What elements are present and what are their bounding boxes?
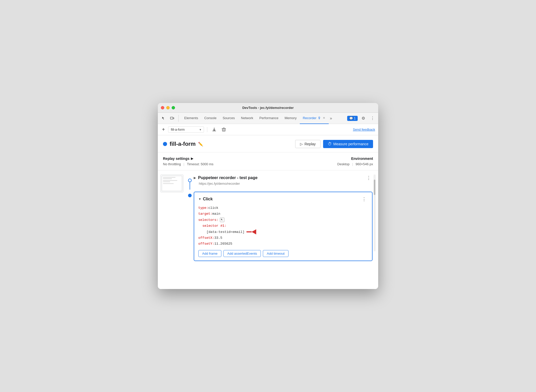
click-step-code: type: click target: main selectors:: [198, 205, 368, 247]
recording-toolbar: + fill-a-form ▾ Send feedback: [158, 124, 378, 135]
step-action-buttons: Add frame Add assertedEvents Add timeout: [198, 250, 368, 257]
minimize-button[interactable]: [166, 106, 170, 109]
type-val: click: [208, 205, 218, 211]
close-button[interactable]: [161, 106, 164, 109]
measure-icon: ⏱: [328, 142, 332, 146]
recording-select[interactable]: fill-a-form ▾: [168, 126, 204, 133]
chevron-right-icon: ▶: [191, 157, 193, 160]
timeline: ▶ Puppeteer recorder - test page ⋮ https…: [186, 174, 373, 265]
devtools-icons: [160, 115, 179, 122]
env-meta-separator: |: [352, 162, 353, 166]
scrollbar-track[interactable]: [374, 174, 376, 251]
tab-elements[interactable]: Elements: [181, 113, 201, 124]
selector1-key: selector #1:: [202, 223, 226, 229]
add-asserted-events-button[interactable]: Add assertedEvents: [223, 250, 261, 257]
add-recording-button[interactable]: +: [161, 127, 166, 132]
header-action-buttons: ▷ Replay ⏱ Measure performance: [295, 140, 373, 148]
tab-console[interactable]: Console: [201, 113, 220, 124]
offsetX-val: 33.5: [214, 235, 222, 241]
steps-area: ▶ Puppeteer recorder - test page ⋮ https…: [158, 170, 378, 269]
devtools-window: DevTools - jec.fyi/demo/recorder Element…: [158, 103, 378, 289]
tab-network[interactable]: Network: [238, 113, 256, 124]
replay-button[interactable]: ▷ Replay: [295, 140, 321, 148]
recording-name-label: fill-a-form: [171, 128, 185, 131]
recorder-tab-close[interactable]: ✕: [322, 116, 326, 120]
navigate-title-row: ▶ Puppeteer recorder - test page: [194, 176, 257, 180]
measure-performance-button[interactable]: ⏱ Measure performance: [323, 140, 373, 148]
replay-icon: ▷: [300, 142, 303, 146]
selector1-val: [data-testid=email]: [207, 229, 244, 235]
navigate-step-url: https://jec.fyi/demo/recorder: [194, 182, 373, 185]
add-timeout-button[interactable]: Add timeout: [263, 250, 288, 257]
svg-rect-1: [173, 118, 174, 119]
maximize-button[interactable]: [172, 106, 175, 109]
navigate-expand-icon[interactable]: ▶: [194, 176, 196, 180]
more-tabs-button[interactable]: »: [329, 116, 333, 121]
svg-rect-0: [170, 117, 173, 119]
selector-picker-icon[interactable]: [220, 218, 224, 222]
device-toggle-icon[interactable]: [169, 115, 176, 122]
target-val: main: [212, 211, 220, 217]
settings-left: Replay settings ▶ No throttling | Timeou…: [163, 157, 213, 166]
delete-recording-button[interactable]: [220, 126, 228, 133]
selector-arrow-indicator: [246, 229, 256, 234]
devtools-more-button[interactable]: ⋮: [369, 115, 376, 122]
export-recording-button[interactable]: [210, 126, 218, 133]
recording-header: fill-a-form ✏️ ▷ Replay ⏱ Measure perfor…: [158, 135, 378, 152]
edit-recording-name-button[interactable]: ✏️: [198, 142, 203, 147]
replay-settings-section: Replay settings ▶ No throttling | Timeou…: [158, 152, 378, 170]
tab-sources[interactable]: Sources: [220, 113, 238, 124]
click-step-content: ▼ Click ⋮ type: click: [194, 190, 373, 265]
scrollbar-thumb[interactable]: [374, 180, 375, 195]
tab-performance[interactable]: Performance: [256, 113, 281, 124]
svg-rect-2: [222, 129, 225, 131]
tabbar-right: 💬 1 ⚙ ⋮: [347, 115, 376, 122]
offsetY-val: 11.265625: [214, 241, 232, 247]
replay-settings-title[interactable]: Replay settings ▶: [163, 157, 213, 161]
timeout-label: Timeout: 5000 ms: [187, 162, 213, 166]
add-frame-button[interactable]: Add frame: [198, 250, 221, 257]
tab-memory[interactable]: Memory: [282, 113, 300, 124]
chevron-down-icon: ▾: [200, 128, 201, 131]
meta-separator: |: [183, 162, 184, 166]
traffic-lights: [161, 106, 175, 109]
timeline-node-navigate: [188, 179, 192, 182]
titlebar: DevTools - jec.fyi/demo/recorder: [158, 103, 378, 113]
environment-meta: Desktop | 960×546 px: [337, 162, 373, 166]
timeline-line: [190, 182, 190, 190]
device-label: Desktop: [337, 162, 350, 166]
navigate-step-content: ▶ Puppeteer recorder - test page ⋮ https…: [194, 174, 373, 190]
click-step-title: Click: [203, 197, 213, 201]
offsetX-key: offsetX:: [198, 235, 214, 241]
navigate-step-menu[interactable]: ⋮: [365, 174, 373, 181]
timeline-track-navigate: [186, 174, 194, 190]
navigate-step: ▶ Puppeteer recorder - test page ⋮ https…: [186, 174, 373, 190]
chat-icon: 💬: [349, 117, 353, 120]
recorder-icon: 🎙: [318, 116, 321, 120]
send-feedback-link[interactable]: Send feedback: [353, 128, 375, 131]
environment-title: Environment: [337, 157, 373, 161]
click-expand-icon[interactable]: ▼: [198, 197, 201, 201]
recording-status-dot: [163, 142, 167, 146]
replay-meta: No throttling | Timeout: 5000 ms: [163, 162, 213, 166]
chat-badge-button[interactable]: 💬 1: [347, 116, 358, 121]
step-thumbnail: [160, 174, 183, 192]
click-step-menu[interactable]: ⋮: [360, 196, 368, 202]
window-title: DevTools - jec.fyi/demo/recorder: [242, 106, 294, 110]
main-content: fill-a-form ✏️ ▷ Replay ⏱ Measure perfor…: [158, 135, 378, 289]
click-step-header: ▼ Click ⋮: [198, 196, 368, 202]
target-key: target:: [198, 211, 212, 217]
size-label: 960×546 px: [356, 162, 373, 166]
tab-recorder[interactable]: Recorder 🎙 ✕: [300, 113, 329, 124]
badge-count: 1: [354, 117, 356, 120]
settings-button[interactable]: ⚙: [360, 115, 367, 122]
timeline-node-click: [188, 194, 192, 197]
click-step: ▼ Click ⋮ type: click: [186, 190, 373, 265]
navigate-step-title: Puppeteer recorder - test page: [198, 176, 257, 180]
click-step-box: ▼ Click ⋮ type: click: [194, 192, 373, 261]
recording-name-area: fill-a-form ✏️: [163, 141, 295, 147]
recording-title: fill-a-form: [170, 141, 195, 147]
recorder-tab-label: Recorder: [303, 116, 316, 120]
inspect-icon[interactable]: [160, 115, 167, 122]
timeline-track-click: [186, 190, 194, 265]
